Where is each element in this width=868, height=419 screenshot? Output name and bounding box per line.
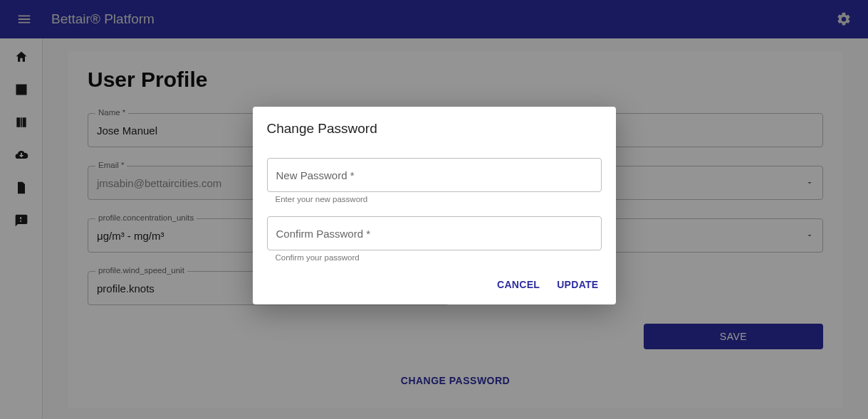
new-password-label: New Password * — [276, 169, 355, 181]
confirm-password-helper: Confirm your password — [276, 253, 602, 262]
dialog-title: Change Password — [267, 121, 602, 137]
cancel-button[interactable]: CANCEL — [494, 275, 543, 295]
new-password-field[interactable]: New Password * Enter your new password — [267, 158, 602, 203]
confirm-password-field[interactable]: Confirm Password * Confirm your password — [267, 216, 602, 262]
new-password-helper: Enter your new password — [276, 195, 602, 203]
change-password-dialog: Change Password New Password * Enter you… — [253, 107, 616, 304]
update-button[interactable]: UPDATE — [554, 275, 601, 295]
confirm-password-label: Confirm Password * — [276, 228, 371, 240]
